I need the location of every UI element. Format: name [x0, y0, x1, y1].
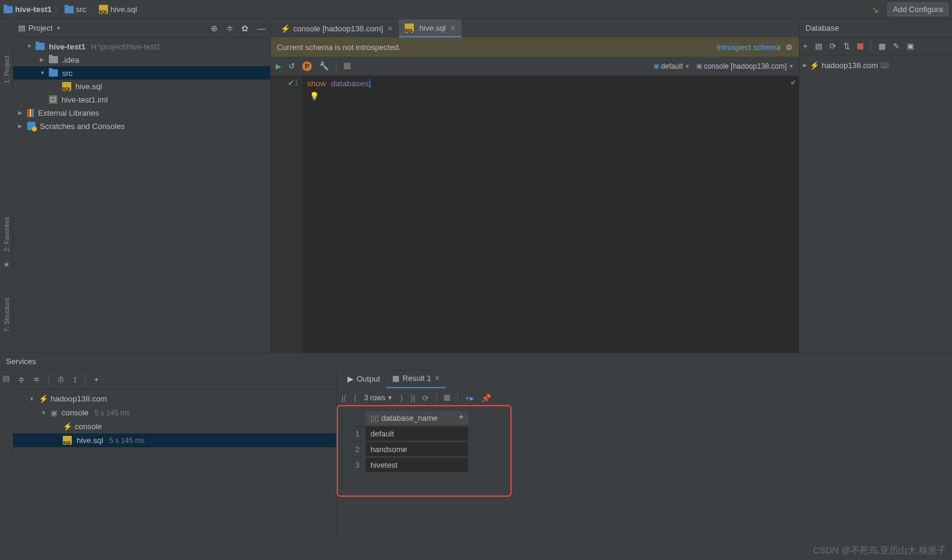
sql-file-icon: [99, 5, 108, 14]
play-icon: ▶: [347, 374, 354, 383]
rows-selector[interactable]: 3 rows ▼: [364, 394, 392, 402]
sql-file-icon: [63, 436, 72, 445]
sync-icon[interactable]: ⇅: [843, 42, 850, 51]
next-page-icon[interactable]: ⟩: [400, 394, 403, 403]
code-area[interactable]: show databases; 💡 ✔: [302, 76, 799, 353]
folder-icon: [4, 6, 13, 13]
tree-idea-folder[interactable]: ▶ .idea: [13, 53, 270, 66]
sql-file-icon: [405, 24, 414, 33]
layout-icon[interactable]: ▤: [0, 370, 13, 386]
console-icon[interactable]: ▣: [907, 42, 914, 51]
filter-icon[interactable]: ⟟: [74, 375, 77, 385]
structure-tool-tab[interactable]: 7: Structure: [3, 298, 10, 332]
expand-all-icon[interactable]: ≑: [18, 375, 25, 384]
wrench-icon[interactable]: 🔧: [319, 61, 329, 71]
add-icon[interactable]: +: [803, 42, 808, 51]
srv-hadoop[interactable]: ▼⚡ hadoop138.com: [13, 392, 336, 406]
gear-icon[interactable]: ⚙: [785, 43, 793, 52]
gear-icon[interactable]: ✿: [241, 24, 249, 33]
project-tool-tab[interactable]: 1: Project: [3, 55, 10, 83]
tree-src-folder[interactable]: ▼ src: [13, 66, 270, 80]
refresh-icon[interactable]: ⟳: [830, 42, 836, 51]
tab-console[interactable]: ⚡ console [hadoop138.com] ✕: [274, 19, 399, 37]
schema-banner: Current schema is not introspected. Intr…: [271, 37, 799, 57]
tree-project-root[interactable]: ▼ hive-test1 H:\project\hive-test1: [13, 40, 270, 53]
crumb-file[interactable]: hive.sql: [110, 5, 137, 14]
banner-message: Current schema is not introspected.: [277, 43, 401, 52]
explain-plan-icon[interactable]: P: [302, 61, 312, 71]
tree-scratches[interactable]: ▶ Scratches and Consoles: [13, 119, 270, 133]
services-title[interactable]: Services: [6, 357, 36, 366]
editor-area: ⚡ console [hadoop138.com] ✕ hive.sql ✕ C…: [271, 19, 799, 353]
crumb-project[interactable]: hive-test1: [15, 5, 52, 14]
srv-hive-sql[interactable]: hive.sql 5 s 145 ms: [13, 433, 336, 447]
history-icon[interactable]: ↺: [288, 61, 295, 71]
chevron-down-icon[interactable]: ▼: [56, 25, 61, 31]
last-page-icon[interactable]: ⟩|: [410, 394, 415, 403]
semicolon: ;: [369, 79, 371, 88]
services-gutter: ▤: [0, 370, 13, 541]
introspect-link[interactable]: Introspect schema: [717, 43, 781, 52]
bolt-icon: ⚡: [810, 61, 819, 70]
line-gutter: 1 ✔: [271, 76, 302, 353]
crumb-src[interactable]: src: [76, 5, 86, 14]
stop-button[interactable]: [344, 63, 351, 69]
locate-icon[interactable]: ⊕: [211, 24, 218, 33]
db-connection[interactable]: ▶ ⚡ hadoop138.com ...: [803, 58, 948, 72]
srv-console-group[interactable]: ▼▣ console 5 s 145 ms: [13, 406, 336, 420]
pin-icon[interactable]: 📌: [481, 394, 491, 403]
srv-console-child[interactable]: ⚡ console: [13, 420, 336, 433]
run-button[interactable]: ▶: [276, 62, 281, 71]
bolt-icon: ⚡: [63, 422, 72, 431]
result-tab[interactable]: ▦ Result 1 ✕: [386, 370, 446, 388]
folder-icon: [49, 56, 58, 63]
edit-icon[interactable]: ✎: [893, 42, 900, 51]
datasource-props-icon[interactable]: ▤: [815, 42, 822, 51]
keyword: show: [307, 79, 326, 88]
prev-page-icon[interactable]: ⟨: [354, 394, 357, 403]
add-configuration-button[interactable]: Add Configura: [887, 2, 948, 16]
bolt-icon: ⚡: [281, 24, 290, 33]
datasource-icon: ▣: [696, 62, 702, 70]
group-icon[interactable]: ⫛: [57, 375, 65, 384]
folder-icon: [49, 69, 58, 77]
star-icon: ★: [3, 260, 10, 269]
add-row-icon[interactable]: +▸: [465, 394, 474, 403]
add-icon[interactable]: +: [94, 375, 99, 384]
first-page-icon[interactable]: |⟨: [341, 394, 346, 403]
bolt-icon: ⚡: [39, 394, 48, 403]
highlight-box: [337, 405, 512, 497]
stop-icon[interactable]: [444, 395, 450, 401]
tree-hive-sql[interactable]: hive.sql: [13, 80, 270, 93]
schema-count-badge: ...: [880, 62, 889, 69]
hide-icon[interactable]: —: [257, 24, 265, 33]
tree-external-libraries[interactable]: ▶ External Libraries: [13, 106, 270, 119]
collapse-icon[interactable]: ≑: [226, 24, 233, 33]
datasource-selector[interactable]: ▣ console [hadoop138.com] ▼: [696, 62, 794, 71]
build-icon[interactable]: ↘: [872, 5, 879, 14]
services-panel: Services ▤ ≑ ≐ ⫛ ⟟ + ▼⚡ hadoop138.com: [0, 353, 952, 541]
schema-selector[interactable]: ▣ default ▼: [653, 62, 690, 71]
tree-iml-file[interactable]: hive-test1.iml: [13, 93, 270, 106]
collapse-all-icon[interactable]: ≐: [33, 375, 40, 384]
project-title[interactable]: Project: [28, 24, 52, 33]
result-panel: ▶ Output ▦ Result 1 ✕ |⟨ ⟨ 3 rows ▼ ⟩ ⟩|…: [337, 370, 952, 541]
breadcrumb[interactable]: hive-test1 〉 src 〉 hive.sql: [4, 4, 137, 15]
table-icon: ▦: [392, 374, 399, 383]
left-tool-gutter: 1: Project 2: Favorites ★ 7: Structure: [0, 19, 13, 353]
favorites-tool-tab[interactable]: 2: Favorites: [3, 217, 10, 251]
close-icon[interactable]: ✕: [450, 24, 455, 32]
editor-tabs: ⚡ console [hadoop138.com] ✕ hive.sql ✕: [271, 19, 799, 37]
bulb-icon[interactable]: 💡: [309, 92, 319, 101]
close-icon[interactable]: ✕: [387, 25, 393, 33]
tab-hive-sql[interactable]: hive.sql ✕: [399, 19, 462, 37]
output-tab[interactable]: ▶ Output: [341, 370, 386, 388]
watermark: CSDN @不死鸟.亚历山大.狼崽子: [813, 545, 946, 556]
refresh-icon[interactable]: ⟳: [422, 394, 429, 403]
schema-icon: ▣: [653, 62, 659, 70]
close-icon[interactable]: ✕: [434, 374, 440, 382]
stop-icon[interactable]: [857, 43, 863, 49]
chevron-down-icon: ▼: [789, 63, 794, 69]
editor-body[interactable]: 1 ✔ show databases; 💡 ✔: [271, 76, 799, 353]
table-icon[interactable]: ▦: [878, 42, 886, 51]
